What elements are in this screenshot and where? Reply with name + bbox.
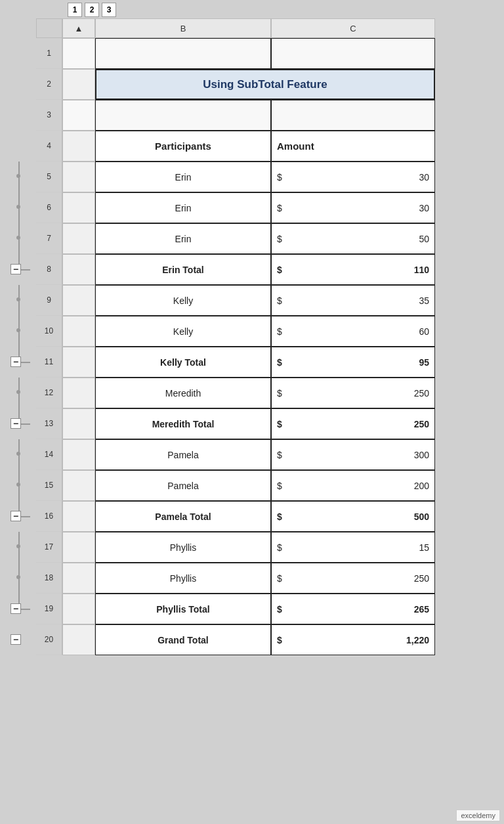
cell-a5[interactable]: [62, 162, 95, 192]
cell-c10[interactable]: $60: [271, 316, 435, 347]
cell-c20[interactable]: $1,220: [271, 624, 435, 655]
cell-c17[interactable]: $15: [271, 532, 435, 563]
row-num-10: 10: [36, 316, 62, 347]
collapse-all-button[interactable]: −: [10, 634, 21, 645]
collapse-kelly-button[interactable]: −: [10, 357, 21, 367]
cell-c8[interactable]: $110: [271, 254, 435, 285]
cell-a8[interactable]: [62, 254, 95, 285]
cell-b8[interactable]: Erin Total: [95, 254, 271, 285]
row-num-5: 5: [36, 162, 62, 192]
cell-c5[interactable]: $30: [271, 162, 435, 192]
cell-a7[interactable]: [62, 223, 95, 254]
cell-a20[interactable]: [62, 624, 95, 655]
col-header-b[interactable]: B: [95, 18, 271, 38]
cell-b6[interactable]: Erin: [95, 192, 271, 223]
cell-b18[interactable]: Phyllis: [95, 563, 271, 594]
cell-c6[interactable]: $30: [271, 192, 435, 223]
table-row: [62, 100, 504, 131]
title-row: Using SubTotal Feature: [62, 69, 504, 100]
row-num-16: 16: [36, 501, 62, 532]
cell-b20[interactable]: Grand Total: [95, 624, 271, 655]
cell-c3[interactable]: [271, 100, 435, 131]
cell-c12[interactable]: $250: [271, 378, 435, 408]
col-participants-header[interactable]: Participants: [95, 131, 271, 162]
table-row: [62, 38, 504, 69]
cell-a11[interactable]: [62, 347, 95, 378]
cell-b5[interactable]: Erin: [95, 162, 271, 192]
cell-a4[interactable]: [62, 131, 95, 162]
cell-a9[interactable]: [62, 285, 95, 316]
cell-c14[interactable]: $300: [271, 439, 435, 470]
cell-b10[interactable]: Kelly: [95, 316, 271, 347]
col-amount-header[interactable]: Amount: [271, 131, 435, 162]
cell-c15[interactable]: $200: [271, 470, 435, 501]
cell-b16[interactable]: Pamela Total: [95, 501, 271, 532]
table-row: Meredith Total $250: [62, 408, 504, 439]
collapse-phyllis-button[interactable]: −: [10, 603, 21, 614]
cell-a10[interactable]: [62, 316, 95, 347]
collapse-erin-button[interactable]: −: [10, 264, 21, 274]
cell-c11[interactable]: $95: [271, 347, 435, 378]
cell-a14[interactable]: [62, 439, 95, 470]
outline-level-3[interactable]: 3: [102, 3, 116, 17]
table-row: Phyllis $250: [62, 563, 504, 594]
cell-a1[interactable]: [62, 38, 95, 69]
row-num-1: 1: [36, 38, 62, 69]
cell-a19[interactable]: [62, 594, 95, 624]
table-row: Kelly $35: [62, 285, 504, 316]
cell-c7[interactable]: $50: [271, 223, 435, 254]
cell-b11[interactable]: Kelly Total: [95, 347, 271, 378]
row-num-3: 3: [36, 100, 62, 131]
collapse-pamela-button[interactable]: −: [10, 511, 21, 521]
collapse-meredith-button[interactable]: −: [10, 418, 21, 429]
cell-b9[interactable]: Kelly: [95, 285, 271, 316]
table-row: Kelly $60: [62, 316, 504, 347]
cell-c1[interactable]: [271, 38, 435, 69]
cell-a17[interactable]: [62, 532, 95, 563]
cell-c19[interactable]: $265: [271, 594, 435, 624]
cell-a18[interactable]: [62, 563, 95, 594]
col-header-a[interactable]: ▲: [62, 18, 95, 38]
cell-a2[interactable]: [62, 69, 95, 100]
title-cell[interactable]: Using SubTotal Feature: [95, 69, 435, 100]
row-num-11: 11: [36, 347, 62, 378]
row-num-7: 7: [36, 223, 62, 254]
row-num-header: [36, 18, 62, 38]
table-row: Phyllis $15: [62, 532, 504, 563]
cell-b7[interactable]: Erin: [95, 223, 271, 254]
cell-b12[interactable]: Meredith: [95, 378, 271, 408]
row-num-9: 9: [36, 285, 62, 316]
cell-a12[interactable]: [62, 378, 95, 408]
cell-b1[interactable]: [95, 38, 271, 69]
cell-a6[interactable]: [62, 192, 95, 223]
cell-b13[interactable]: Meredith Total: [95, 408, 271, 439]
cell-a15[interactable]: [62, 470, 95, 501]
row-num-6: 6: [36, 192, 62, 223]
cell-b3[interactable]: [95, 100, 271, 131]
outline-level-2[interactable]: 2: [85, 3, 99, 17]
cell-a3[interactable]: [62, 100, 95, 131]
cell-c13[interactable]: $250: [271, 408, 435, 439]
row-num-17: 17: [36, 532, 62, 563]
table-row: Phyllis Total $265: [62, 594, 504, 624]
cell-b15[interactable]: Pamela: [95, 470, 271, 501]
cell-c9[interactable]: $35: [271, 285, 435, 316]
row-num-20: 20: [36, 624, 62, 655]
row-num-18: 18: [36, 563, 62, 594]
cell-a16[interactable]: [62, 501, 95, 532]
cell-c16[interactable]: $500: [271, 501, 435, 532]
row-num-15: 15: [36, 470, 62, 501]
col-header-c[interactable]: C: [271, 18, 435, 38]
cell-a13[interactable]: [62, 408, 95, 439]
outline-level-1[interactable]: 1: [68, 3, 82, 17]
cell-b19[interactable]: Phyllis Total: [95, 594, 271, 624]
table-row: Erin $30: [62, 162, 504, 192]
sheet-area: ▲ B C Using SubTotal Feature: [62, 18, 504, 824]
row-num-19: 19: [36, 594, 62, 624]
cell-c18[interactable]: $250: [271, 563, 435, 594]
row-numbers: 1 2 3 4 5 6 7 8 9 10 11 12 13 14 15 16 1…: [36, 18, 62, 824]
cell-b17[interactable]: Phyllis: [95, 532, 271, 563]
row-num-2: 2: [36, 69, 62, 100]
row-num-12: 12: [36, 378, 62, 408]
cell-b14[interactable]: Pamela: [95, 439, 271, 470]
